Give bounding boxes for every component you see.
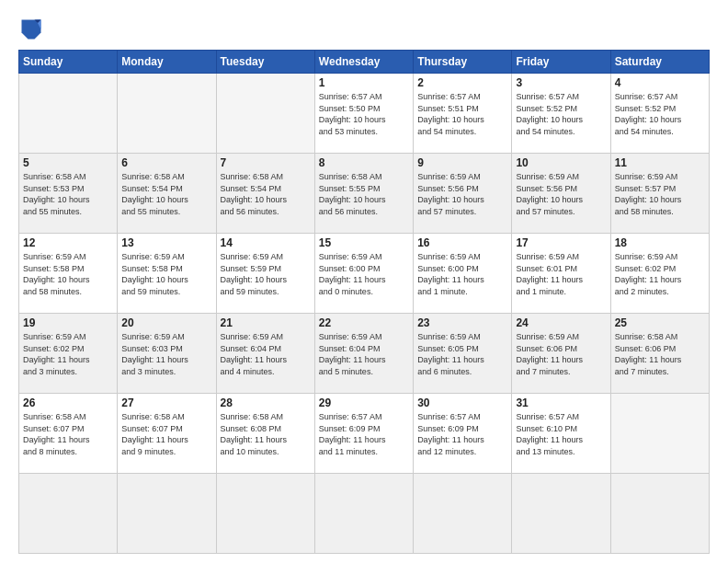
day-info: Sunrise: 6:59 AM Sunset: 5:56 PM Dayligh… [516, 171, 606, 217]
day-number: 25 [615, 316, 705, 329]
calendar-cell: 8Sunrise: 6:58 AM Sunset: 5:55 PM Daylig… [314, 154, 413, 234]
day-number: 4 [615, 76, 705, 89]
weekday-header-row: SundayMondayTuesdayWednesdayThursdayFrid… [19, 51, 710, 74]
day-number: 16 [417, 236, 507, 249]
calendar-cell: 2Sunrise: 6:57 AM Sunset: 5:51 PM Daylig… [414, 74, 512, 154]
day-info: Sunrise: 6:59 AM Sunset: 6:00 PM Dayligh… [319, 251, 409, 297]
calendar-cell: 5Sunrise: 6:58 AM Sunset: 5:53 PM Daylig… [19, 154, 118, 234]
day-number: 29 [319, 396, 409, 409]
day-number: 2 [417, 76, 507, 89]
calendar-cell: 26Sunrise: 6:58 AM Sunset: 6:07 PM Dayli… [19, 394, 118, 474]
day-number: 13 [121, 236, 211, 249]
calendar-cell: 14Sunrise: 6:59 AM Sunset: 5:59 PM Dayli… [216, 234, 314, 314]
calendar-cell [610, 474, 709, 554]
day-number: 26 [23, 396, 113, 409]
calendar-cell: 6Sunrise: 6:58 AM Sunset: 5:54 PM Daylig… [118, 154, 216, 234]
calendar-cell: 16Sunrise: 6:59 AM Sunset: 6:00 PM Dayli… [414, 234, 512, 314]
day-info: Sunrise: 6:58 AM Sunset: 6:07 PM Dayligh… [23, 411, 113, 457]
calendar-cell: 12Sunrise: 6:59 AM Sunset: 5:58 PM Dayli… [19, 234, 118, 314]
calendar-cell [610, 394, 709, 474]
day-number: 22 [319, 316, 409, 329]
weekday-header: Thursday [414, 51, 512, 74]
day-number: 7 [221, 156, 311, 169]
calendar-cell: 27Sunrise: 6:58 AM Sunset: 6:07 PM Dayli… [118, 394, 216, 474]
calendar-row [19, 474, 710, 554]
day-number: 20 [121, 316, 211, 329]
day-number: 15 [319, 236, 409, 249]
calendar-cell [314, 474, 413, 554]
calendar-row: 1Sunrise: 6:57 AM Sunset: 5:50 PM Daylig… [19, 74, 710, 154]
day-number: 1 [319, 76, 409, 89]
calendar-cell [19, 474, 118, 554]
day-info: Sunrise: 6:58 AM Sunset: 6:08 PM Dayligh… [221, 411, 311, 457]
day-info: Sunrise: 6:59 AM Sunset: 5:58 PM Dayligh… [23, 251, 113, 297]
day-number: 21 [221, 316, 311, 329]
day-info: Sunrise: 6:58 AM Sunset: 5:54 PM Dayligh… [121, 171, 211, 217]
calendar-cell [19, 74, 118, 154]
day-info: Sunrise: 6:58 AM Sunset: 6:07 PM Dayligh… [121, 411, 211, 457]
day-number: 23 [417, 316, 507, 329]
weekday-header: Friday [512, 51, 610, 74]
day-info: Sunrise: 6:59 AM Sunset: 5:56 PM Dayligh… [417, 171, 507, 217]
weekday-header: Sunday [19, 51, 118, 74]
day-info: Sunrise: 6:57 AM Sunset: 5:50 PM Dayligh… [319, 91, 409, 137]
day-info: Sunrise: 6:59 AM Sunset: 6:04 PM Dayligh… [319, 331, 409, 377]
calendar-cell: 1Sunrise: 6:57 AM Sunset: 5:50 PM Daylig… [314, 74, 413, 154]
day-number: 19 [23, 316, 113, 329]
header [18, 17, 710, 42]
calendar-cell [216, 74, 314, 154]
calendar-cell [118, 474, 216, 554]
day-info: Sunrise: 6:59 AM Sunset: 6:02 PM Dayligh… [615, 251, 705, 297]
calendar-row: 5Sunrise: 6:58 AM Sunset: 5:53 PM Daylig… [19, 154, 710, 234]
day-number: 9 [417, 156, 507, 169]
day-info: Sunrise: 6:59 AM Sunset: 5:58 PM Dayligh… [121, 251, 211, 297]
calendar-cell: 18Sunrise: 6:59 AM Sunset: 6:02 PM Dayli… [610, 234, 709, 314]
calendar-cell: 3Sunrise: 6:57 AM Sunset: 5:52 PM Daylig… [512, 74, 610, 154]
calendar-cell [414, 474, 512, 554]
calendar-cell: 21Sunrise: 6:59 AM Sunset: 6:04 PM Dayli… [216, 314, 314, 394]
weekday-header: Tuesday [216, 51, 314, 74]
page: SundayMondayTuesdayWednesdayThursdayFrid… [0, 0, 728, 563]
calendar: SundayMondayTuesdayWednesdayThursdayFrid… [18, 50, 710, 554]
calendar-cell: 4Sunrise: 6:57 AM Sunset: 5:52 PM Daylig… [610, 74, 709, 154]
day-info: Sunrise: 6:58 AM Sunset: 5:53 PM Dayligh… [23, 171, 113, 217]
calendar-cell [512, 474, 610, 554]
calendar-row: 19Sunrise: 6:59 AM Sunset: 6:02 PM Dayli… [19, 314, 710, 394]
logo [18, 17, 48, 42]
day-number: 11 [615, 156, 705, 169]
calendar-cell: 15Sunrise: 6:59 AM Sunset: 6:00 PM Dayli… [314, 234, 413, 314]
calendar-cell: 23Sunrise: 6:59 AM Sunset: 6:05 PM Dayli… [414, 314, 512, 394]
day-info: Sunrise: 6:58 AM Sunset: 6:06 PM Dayligh… [615, 331, 705, 377]
day-number: 12 [23, 236, 113, 249]
day-number: 10 [516, 156, 606, 169]
day-info: Sunrise: 6:59 AM Sunset: 6:06 PM Dayligh… [516, 331, 606, 377]
calendar-cell: 9Sunrise: 6:59 AM Sunset: 5:56 PM Daylig… [414, 154, 512, 234]
calendar-row: 12Sunrise: 6:59 AM Sunset: 5:58 PM Dayli… [19, 234, 710, 314]
day-number: 31 [516, 396, 606, 409]
day-info: Sunrise: 6:58 AM Sunset: 5:54 PM Dayligh… [221, 171, 311, 217]
logo-icon [18, 17, 44, 42]
weekday-header: Wednesday [314, 51, 413, 74]
day-info: Sunrise: 6:59 AM Sunset: 6:01 PM Dayligh… [516, 251, 606, 297]
day-info: Sunrise: 6:59 AM Sunset: 5:57 PM Dayligh… [615, 171, 705, 217]
day-info: Sunrise: 6:59 AM Sunset: 6:05 PM Dayligh… [417, 331, 507, 377]
day-info: Sunrise: 6:57 AM Sunset: 6:09 PM Dayligh… [417, 411, 507, 457]
day-number: 18 [615, 236, 705, 249]
day-number: 28 [221, 396, 311, 409]
day-info: Sunrise: 6:59 AM Sunset: 6:00 PM Dayligh… [417, 251, 507, 297]
day-info: Sunrise: 6:57 AM Sunset: 6:09 PM Dayligh… [319, 411, 409, 457]
calendar-cell: 17Sunrise: 6:59 AM Sunset: 6:01 PM Dayli… [512, 234, 610, 314]
day-number: 3 [516, 76, 606, 89]
day-info: Sunrise: 6:59 AM Sunset: 6:03 PM Dayligh… [121, 331, 211, 377]
day-info: Sunrise: 6:59 AM Sunset: 5:59 PM Dayligh… [221, 251, 311, 297]
calendar-cell: 31Sunrise: 6:57 AM Sunset: 6:10 PM Dayli… [512, 394, 610, 474]
day-number: 30 [417, 396, 507, 409]
day-number: 5 [23, 156, 113, 169]
day-info: Sunrise: 6:57 AM Sunset: 5:52 PM Dayligh… [615, 91, 705, 137]
day-info: Sunrise: 6:59 AM Sunset: 6:02 PM Dayligh… [23, 331, 113, 377]
calendar-cell: 10Sunrise: 6:59 AM Sunset: 5:56 PM Dayli… [512, 154, 610, 234]
calendar-cell: 30Sunrise: 6:57 AM Sunset: 6:09 PM Dayli… [414, 394, 512, 474]
calendar-cell: 24Sunrise: 6:59 AM Sunset: 6:06 PM Dayli… [512, 314, 610, 394]
calendar-cell: 7Sunrise: 6:58 AM Sunset: 5:54 PM Daylig… [216, 154, 314, 234]
calendar-cell: 11Sunrise: 6:59 AM Sunset: 5:57 PM Dayli… [610, 154, 709, 234]
